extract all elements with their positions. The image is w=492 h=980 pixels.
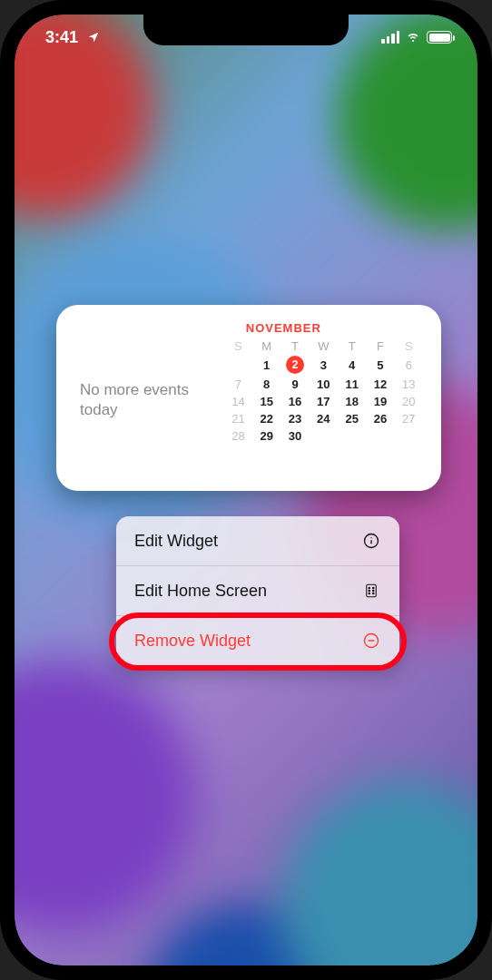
weekday-header: S (395, 338, 423, 354)
calendar-day: 20 (395, 393, 423, 410)
calendar-day: 13 (395, 376, 423, 393)
calendar-day: 24 (310, 410, 338, 427)
month-label: NOVEMBER (246, 321, 423, 335)
svg-point-9 (373, 593, 375, 594)
calendar-day: 15 (252, 393, 280, 410)
calendar-day: 19 (366, 393, 394, 410)
location-arrow-icon (84, 27, 103, 47)
weekday-header: T (338, 338, 366, 354)
calendar-day: 1 (252, 354, 280, 376)
calendar-row: 21222324252627 (224, 410, 423, 427)
clock-label: 3:41 (45, 28, 78, 47)
calendar-day: 10 (310, 376, 338, 393)
menu-item-label: Edit Widget (134, 532, 218, 551)
calendar-day: 5 (366, 354, 394, 376)
calendar-row: 14151617181920 (224, 393, 423, 410)
calendar-day: 29 (252, 427, 280, 445)
edit-widget-menu-item[interactable]: Edit Widget (116, 516, 399, 566)
wifi-icon (405, 27, 421, 47)
calendar-day: 9 (280, 376, 309, 393)
no-events-label: No more events today (80, 380, 215, 419)
calendar-day: 6 (395, 354, 423, 376)
widget-context-menu: Edit WidgetEdit Home ScreenRemove Widget (116, 516, 399, 665)
calendar-day: 7 (224, 376, 252, 393)
calendar-row: 282930.... (224, 427, 423, 445)
calendar-day: 14 (224, 393, 252, 410)
calendar-day: . (395, 427, 423, 445)
calendar-day: 17 (310, 393, 338, 410)
weekday-header: W (310, 338, 338, 354)
weekday-header-row: SMTWTFS (224, 338, 423, 354)
calendar-day: 16 (280, 393, 309, 410)
weekday-header: S (224, 338, 252, 354)
cellular-signal-icon (381, 31, 399, 44)
weekday-header: M (252, 338, 280, 354)
calendar-day: . (366, 427, 394, 445)
calendar-row: .123456 (224, 354, 423, 376)
calendar-day: 27 (395, 410, 423, 427)
edit-home-screen-menu-item[interactable]: Edit Home Screen (116, 566, 399, 616)
calendar-day: 12 (366, 376, 394, 393)
status-left: 3:41 (45, 27, 103, 47)
calendar-day-today: 2 (280, 354, 309, 376)
weekday-header: F (366, 338, 394, 354)
iphone-frame: 3:41 No more events today NOVEMBER S (0, 0, 492, 980)
svg-point-5 (373, 587, 375, 589)
svg-point-6 (369, 590, 370, 592)
calendar-day: 18 (338, 393, 366, 410)
svg-point-4 (369, 587, 370, 589)
notch (143, 15, 349, 45)
battery-full-icon (427, 31, 452, 44)
menu-item-label: Edit Home Screen (134, 582, 267, 601)
minus-circle-icon (361, 631, 381, 651)
svg-rect-3 (367, 584, 377, 597)
calendar-day: 25 (338, 410, 366, 427)
calendar-day: 11 (338, 376, 366, 393)
apps-grid-icon (361, 581, 381, 601)
info-circle-icon (361, 531, 381, 551)
calendar-day: 23 (280, 410, 309, 427)
calendar-table: SMTWTFS .1234567891011121314151617181920… (224, 338, 423, 445)
calendar-day: 22 (252, 410, 280, 427)
menu-item-label: Remove Widget (134, 632, 251, 651)
screen: 3:41 No more events today NOVEMBER S (15, 15, 477, 965)
widget-empty-state: No more events today (80, 321, 224, 478)
calendar-day: 30 (280, 427, 309, 445)
calendar-row: 78910111213 (224, 376, 423, 393)
svg-point-7 (373, 590, 375, 592)
calendar-widget[interactable]: No more events today NOVEMBER SMTWTFS .1… (56, 305, 441, 491)
calendar-grid: NOVEMBER SMTWTFS .1234567891011121314151… (224, 321, 423, 478)
calendar-day: . (310, 427, 338, 445)
calendar-day: . (338, 427, 366, 445)
calendar-day: 3 (310, 354, 338, 376)
svg-point-2 (370, 537, 371, 538)
calendar-day: 28 (224, 427, 252, 445)
calendar-day: 4 (338, 354, 366, 376)
remove-widget-menu-item[interactable]: Remove Widget (116, 616, 399, 665)
weekday-header: T (280, 338, 309, 354)
calendar-day: 21 (224, 410, 252, 427)
calendar-day: 26 (366, 410, 394, 427)
calendar-day: 8 (252, 376, 280, 393)
status-right (381, 27, 452, 47)
svg-point-8 (369, 593, 370, 594)
calendar-day: . (224, 354, 252, 376)
